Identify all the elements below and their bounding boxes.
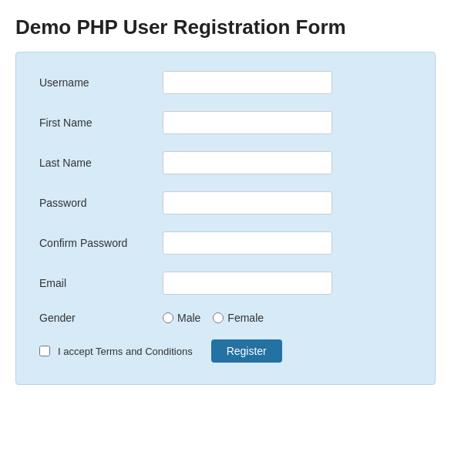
terms-checkbox[interactable]: [39, 346, 50, 356]
last-name-input[interactable]: [163, 151, 332, 174]
first-name-label: First Name: [39, 116, 163, 129]
username-row: Username: [39, 71, 412, 94]
confirm-password-row: Confirm Password: [39, 231, 412, 255]
confirm-password-input[interactable]: [163, 231, 332, 255]
terms-label: I accept Terms and Conditions: [58, 346, 193, 357]
gender-male-radio[interactable]: [163, 312, 173, 323]
last-name-row: Last Name: [39, 151, 412, 174]
registration-form: Username First Name Last Name Password C…: [15, 52, 436, 385]
first-name-input[interactable]: [163, 111, 332, 134]
confirm-password-label: Confirm Password: [39, 237, 163, 249]
username-label: Username: [39, 76, 163, 89]
last-name-label: Last Name: [39, 157, 163, 169]
email-input[interactable]: [163, 272, 332, 295]
gender-row: Gender Male Female: [39, 312, 412, 324]
first-name-row: First Name: [39, 111, 412, 134]
page-title: Demo PHP User Registration Form: [15, 15, 436, 39]
terms-row: I accept Terms and Conditions Register: [39, 339, 412, 363]
username-input[interactable]: [163, 71, 332, 94]
gender-male-label: Male: [177, 312, 200, 324]
email-row: Email: [39, 272, 412, 295]
gender-female-option[interactable]: Female: [213, 312, 264, 324]
gender-female-radio[interactable]: [213, 312, 224, 323]
gender-label: Gender: [39, 312, 163, 324]
password-label: Password: [39, 197, 163, 209]
gender-female-label: Female: [227, 312, 264, 324]
password-input[interactable]: [163, 191, 332, 214]
email-label: Email: [39, 277, 163, 289]
gender-male-option[interactable]: Male: [163, 312, 200, 324]
password-row: Password: [39, 191, 412, 214]
register-button[interactable]: Register: [211, 339, 282, 363]
gender-options: Male Female: [163, 312, 264, 324]
